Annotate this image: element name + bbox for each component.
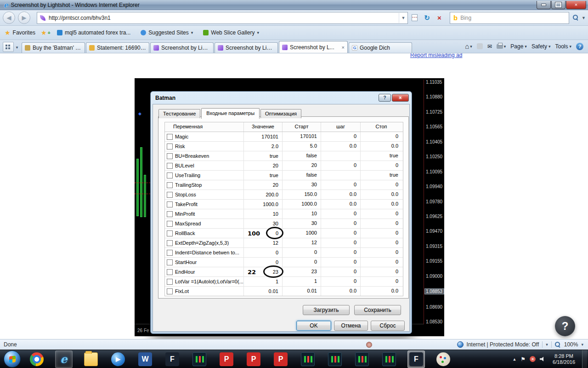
reset-button[interactable]: Сброс [371,321,405,331]
param-stop-cell[interactable]: 0 [361,229,402,238]
param-value-cell[interactable]: 1000.0 [244,200,283,209]
param-value-cell[interactable]: 30 [244,219,283,228]
param-step-cell[interactable]: 0 [321,248,361,257]
taskbar-button-word[interactable]: W [136,351,154,368]
param-start-cell[interactable]: 170101 [283,132,321,141]
maximize-button[interactable] [551,1,565,9]
param-step-cell[interactable]: 0 [321,219,361,228]
column-header-variable[interactable]: Переменная [165,122,244,132]
safety-menu[interactable]: Safety▾ [531,43,551,50]
save-button[interactable]: Сохранить [354,305,401,315]
ok-button[interactable]: OK [296,321,331,331]
row-checkbox[interactable] [167,192,173,198]
param-stop-cell[interactable]: 0.0 [361,142,402,151]
param-start-cell[interactable]: 30 [283,180,321,190]
dialog-titlebar[interactable]: Batman ? × [153,92,410,104]
param-stop-cell[interactable]: 0 [361,238,402,247]
show-desktop-button[interactable] [582,350,587,368]
param-step-cell[interactable]: 0.0 [321,142,361,151]
taskbar-button-media-player[interactable]: ▶ [109,351,127,368]
param-stop-cell[interactable]: 0 [361,277,402,286]
home-button[interactable]: ⌂▾ [465,42,472,50]
taskbar-button-paint[interactable] [435,351,452,368]
dialog-close-button[interactable]: × [392,94,409,102]
param-stop-cell[interactable]: 0.0 [361,200,402,209]
browser-tab[interactable]: GGoogle Dich [349,42,412,53]
param-stop-cell[interactable]: 0.0 [361,190,402,199]
address-dropdown-button[interactable]: ▼ [399,13,407,23]
refresh-button[interactable]: ↻ [421,12,433,23]
param-start-cell[interactable]: 0 [283,248,321,257]
feedback-help-bubble[interactable]: ? [555,316,575,336]
param-stop-cell[interactable]: 0 [361,161,402,170]
forward-button[interactable]: ▶ [18,12,30,24]
param-value-cell[interactable]: 1 [244,277,283,286]
param-start-cell[interactable]: 20 [283,161,321,170]
stop-button[interactable]: × [434,12,445,23]
taskbar-button-mt4-4[interactable] [353,351,371,368]
load-button[interactable]: Загрузить [303,305,350,315]
row-checkbox[interactable] [167,288,173,294]
dialog-tab[interactable]: Входные параметры [201,108,260,119]
dialog-tab[interactable]: Тестирование [158,109,200,118]
taskbar-button-presentation-p1[interactable]: P [218,351,235,368]
param-stop-cell[interactable]: 0 [361,132,402,141]
back-button[interactable]: ◀ [3,12,15,24]
param-start-cell[interactable]: 12 [283,238,321,247]
param-start-cell[interactable]: 0.01 [283,287,321,296]
param-stop-cell[interactable]: 0 [361,209,402,218]
page-menu[interactable]: Page▾ [510,43,527,50]
param-value-cell[interactable]: 0 [244,258,283,267]
param-stop-cell[interactable]: 0.0 [361,287,402,296]
row-checkbox[interactable] [167,182,173,188]
param-start-cell[interactable]: 1 [283,277,321,286]
param-value-cell[interactable]: 1000 [244,229,283,238]
zoom-level[interactable]: 100% [564,341,578,348]
row-checkbox[interactable] [167,250,173,256]
param-start-cell[interactable]: 23 [283,267,321,276]
browser-tab[interactable]: Screenshot by L...× [279,41,348,53]
taskbar-button-mt4-5[interactable] [380,351,398,368]
taskbar-button-chrome[interactable] [28,351,45,368]
param-value-cell[interactable]: 2.0 [244,142,283,151]
column-header-step[interactable]: шаг [321,122,361,132]
search-dropdown-icon[interactable]: ▼ [582,16,586,20]
tab-close-icon[interactable]: × [339,45,345,50]
zoom-dropdown-icon[interactable]: ▾ [581,342,583,347]
start-button[interactable] [4,351,21,368]
zone-dropdown-icon[interactable]: ▾ [546,342,548,347]
row-checkbox[interactable] [167,221,173,227]
param-start-cell[interactable]: 5.0 [283,142,321,151]
param-start-cell[interactable]: false [283,151,321,161]
taskbar-button-mt4-3[interactable] [326,351,344,368]
param-step-cell[interactable] [321,151,361,161]
param-stop-cell[interactable]: 0 [361,267,402,276]
param-value-cell[interactable]: 12 [244,238,283,247]
column-header-start[interactable]: Старт [283,122,321,132]
param-step-cell[interactable]: 0 [321,258,361,267]
param-stop-cell[interactable]: 0 [361,248,402,257]
volume-icon[interactable] [540,356,546,362]
param-stop-cell[interactable]: 0 [361,258,402,267]
quick-tabs-button[interactable] [3,42,14,52]
search-icon[interactable] [573,15,579,21]
taskbar-button-windows-explorer[interactable] [82,351,100,368]
row-checkbox[interactable] [167,144,173,150]
taskbar-button-presentation-p2[interactable]: P [245,351,262,368]
taskbar-button-fxpro[interactable]: F [164,351,181,368]
param-start-cell[interactable]: 150.0 [283,190,321,199]
param-step-cell[interactable]: 0 [321,209,361,218]
address-field[interactable]: http://prntscr.com/bhv3n1 ▼ [37,12,408,24]
param-value-cell[interactable]: 200.0 [244,190,283,199]
dialog-tab[interactable]: Оптимизация [260,109,301,118]
search-box[interactable]: b Bing [450,12,569,24]
param-start-cell[interactable]: 30 [283,219,321,228]
action-center-icon[interactable]: ⚑ [520,356,526,362]
favorites-link[interactable]: Suggested Sites▾ [141,29,193,36]
param-start-cell[interactable]: 1000 [283,229,321,238]
param-step-cell[interactable] [321,171,361,180]
param-step-cell[interactable]: 0 [321,132,361,141]
taskbar-button-fxpro-active[interactable]: F [407,351,425,368]
param-value-cell[interactable]: 0 [244,248,283,257]
favorites-link[interactable]: mql5 automated forex tra... [57,29,130,36]
